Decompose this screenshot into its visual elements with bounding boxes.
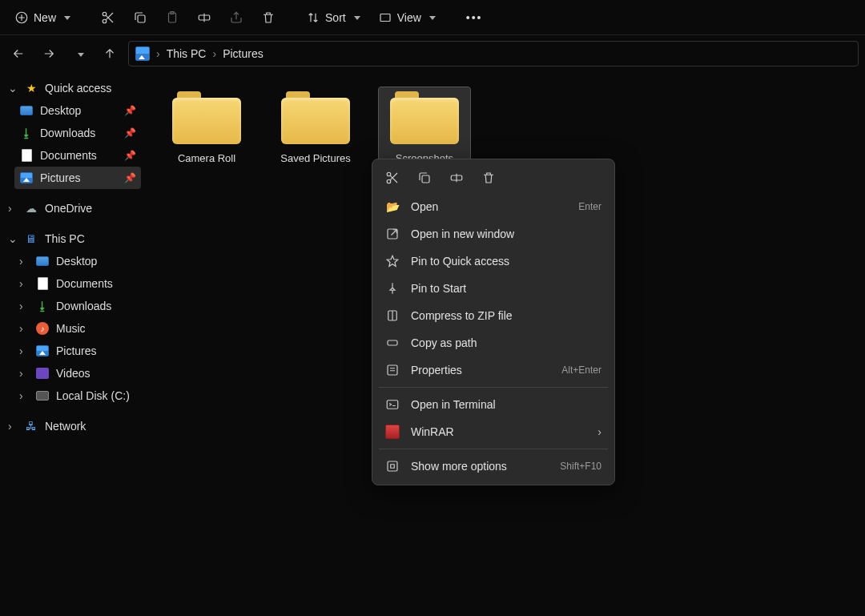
sidebar-item-pc-pictures[interactable]: › Pictures [14,340,141,362]
delete-button[interactable] [481,171,496,185]
scissors-icon [385,171,400,185]
ctx-label: Open [411,200,438,213]
sidebar-item-pc-desktop[interactable]: › Desktop [14,250,141,272]
sidebar-label: Music [56,322,86,335]
chevron-right-icon: › [19,367,29,380]
sidebar-label: Desktop [56,255,97,268]
sidebar-item-network[interactable]: › 🖧 Network [3,415,141,437]
share-button[interactable] [223,7,250,28]
sidebar-item-pc-documents[interactable]: › Documents [14,272,141,295]
sidebar-label: Network [45,420,86,433]
sidebar-item-pc-music[interactable]: › ♪ Music [14,317,141,340]
svg-rect-17 [388,461,397,471]
ctx-open[interactable]: 📂 Open Enter [372,193,614,220]
external-icon [385,227,400,241]
svg-point-1 [103,19,107,23]
breadcrumb-current[interactable]: Pictures [223,47,264,60]
ctx-compress-zip[interactable]: Compress to ZIP file [372,302,614,329]
sidebar-label: Documents [56,277,113,290]
folder-item[interactable]: Screenshots [378,87,471,169]
path-icon [385,336,400,350]
star-icon [385,254,400,268]
ctx-properties[interactable]: Properties Alt+Enter [372,356,614,384]
folder-icon [281,91,350,144]
sidebar-item-pc-videos[interactable]: › Videos [14,362,141,384]
chevron-down-icon [351,11,360,24]
svg-rect-14 [388,340,397,345]
ctx-label: Pin to Start [411,282,466,295]
breadcrumb-root[interactable]: This PC [167,47,207,60]
svg-point-8 [387,179,391,183]
pin-icon: 📌 [124,172,136,183]
sidebar-item-pictures[interactable]: Pictures 📌 [14,167,141,189]
copy-icon [417,171,432,185]
chevron-right-icon: › [212,47,216,60]
desktop-icon [19,103,34,118]
arrow-right-icon [42,46,56,61]
sidebar-label: Pictures [40,171,81,184]
sidebar-item-onedrive[interactable]: › ☁ OneDrive [3,197,141,219]
chevron-right-icon: › [19,389,29,402]
sidebar-item-pc-localdisk[interactable]: › Local Disk (C:) [14,384,141,407]
svg-rect-3 [138,15,145,22]
sidebar-item-downloads[interactable]: ⭳ Downloads 📌 [14,122,141,144]
back-button[interactable] [6,42,30,66]
sidebar-item-documents[interactable]: Documents 📌 [14,144,141,167]
more-button[interactable]: ••• [460,8,489,27]
svg-rect-16 [387,401,398,409]
ctx-shortcut: Alt+Enter [561,364,601,376]
document-icon [19,148,34,163]
sidebar-item-thispc[interactable]: ⌄ 🖥 This PC [3,227,141,250]
folder-open-icon: 📂 [385,199,400,214]
forward-button[interactable] [37,42,61,66]
terminal-icon [385,397,400,412]
folder-item[interactable]: Camera Roll [160,87,253,169]
sort-icon [306,10,320,25]
ctx-show-more-options[interactable]: Show more options Shift+F10 [372,453,614,480]
sidebar-item-quickaccess[interactable]: ⌄ ★ Quick access [3,77,141,99]
clipboard-icon [165,10,179,25]
rename-button[interactable] [191,7,218,28]
new-button[interactable]: New [8,7,77,28]
copy-button[interactable] [127,7,154,28]
folder-item[interactable]: Saved Pictures [269,87,362,169]
sidebar-label: Local Disk (C:) [56,389,130,402]
sort-label: Sort [325,11,346,24]
up-button[interactable] [98,42,122,66]
ctx-winrar[interactable]: WinRAR › [372,418,614,445]
chevron-right-icon: › [8,420,18,433]
view-button[interactable]: View [372,7,442,28]
svg-rect-15 [388,365,397,375]
trash-icon [261,10,276,25]
cut-button[interactable] [385,171,400,185]
view-icon [378,10,392,25]
ctx-open-terminal[interactable]: Open in Terminal [372,391,614,418]
sort-button[interactable]: Sort [300,7,367,28]
pictures-icon [35,344,50,358]
chevron-right-icon: › [19,322,29,335]
ctx-pin-start[interactable]: Pin to Start [372,275,614,302]
copy-button[interactable] [417,171,432,185]
ctx-copy-path[interactable]: Copy as path [372,329,614,356]
delete-button[interactable] [255,7,282,28]
paste-button[interactable] [159,7,186,28]
sidebar-label: Pictures [56,344,97,357]
properties-icon [385,363,400,377]
rename-button[interactable] [449,171,464,185]
cut-button[interactable] [95,7,122,28]
chevron-right-icon: › [19,344,29,357]
ctx-label: Open in Terminal [411,398,496,411]
chevron-down-icon: ⌄ [8,232,18,245]
sidebar-item-desktop[interactable]: Desktop 📌 [14,99,141,122]
ctx-open-new-window[interactable]: Open in new window [372,220,614,248]
chevron-right-icon: › [19,277,29,290]
chevron-down-icon [426,11,436,24]
breadcrumb-bar[interactable]: › This PC › Pictures [128,41,859,66]
folder-icon [172,91,241,144]
winrar-icon [385,425,400,439]
pictures-icon [19,171,34,185]
sidebar-item-pc-downloads[interactable]: › ⭳ Downloads [14,295,141,317]
recent-dropdown[interactable] [67,42,91,66]
ctx-pin-quickaccess[interactable]: Pin to Quick access [372,248,614,275]
sidebar-label: Desktop [40,104,81,117]
